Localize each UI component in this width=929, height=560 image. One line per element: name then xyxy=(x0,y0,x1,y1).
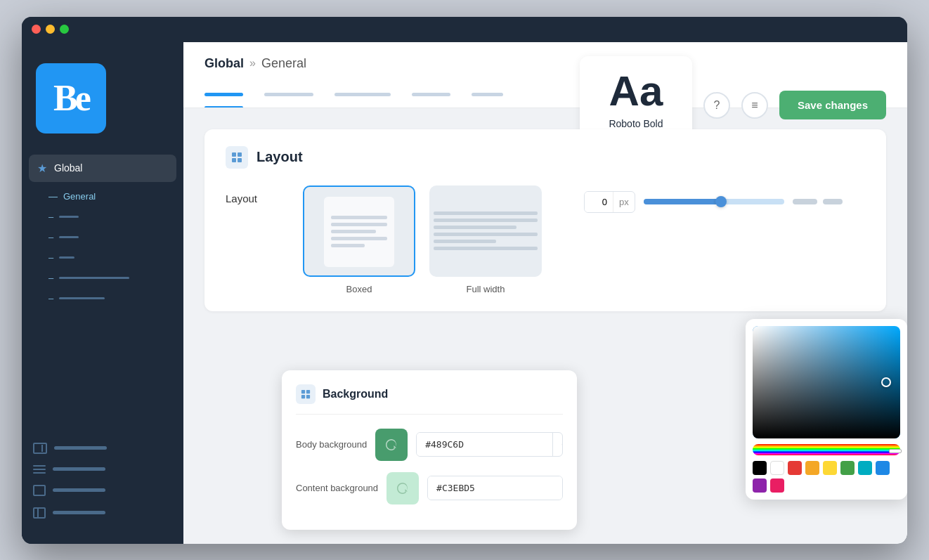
swatch-black[interactable] xyxy=(753,461,767,475)
sidebar-item-general[interactable]: — General xyxy=(40,186,176,207)
general-label: General xyxy=(63,191,96,202)
sub-line-2 xyxy=(59,236,79,238)
sidebar-item-3[interactable]: – xyxy=(40,227,176,247)
sidebar: Be ★ Global — General – xyxy=(22,42,183,544)
content-bg-swatch[interactable] xyxy=(386,472,419,504)
fullwidth-line xyxy=(434,247,538,250)
menu-icon xyxy=(33,465,46,474)
body-bg-clear[interactable]: Clear xyxy=(552,433,563,456)
tab-3[interactable] xyxy=(334,82,391,108)
sub-line-3 xyxy=(59,256,74,259)
tab-4[interactable] xyxy=(412,82,450,108)
layout-boxed[interactable]: Boxed xyxy=(303,185,415,294)
svg-rect-3 xyxy=(238,158,242,162)
px-input[interactable] xyxy=(585,192,613,212)
layout-line xyxy=(331,230,376,233)
layout-line xyxy=(331,223,387,226)
swatch-blue[interactable] xyxy=(876,461,890,475)
swatch-white[interactable] xyxy=(770,461,784,475)
px-field: px xyxy=(584,191,635,213)
sidebar-icon-panel[interactable] xyxy=(30,502,175,524)
sub-line-1 xyxy=(59,216,79,218)
color-picker-popup xyxy=(746,319,907,500)
dash-icon-6: – xyxy=(48,293,53,304)
maximize-button[interactable] xyxy=(60,25,69,34)
slider-area: px xyxy=(584,191,843,213)
sidebar-nav: ★ Global — General – – xyxy=(22,155,183,431)
picker-handle[interactable] xyxy=(881,377,891,387)
content-bg-label: Content background xyxy=(296,483,378,493)
global-label: Global xyxy=(54,162,82,174)
breadcrumb-root: Global xyxy=(204,56,244,71)
body-bg-input[interactable] xyxy=(417,433,552,456)
swatch-green[interactable] xyxy=(840,461,855,475)
fullwidth-line xyxy=(434,240,496,243)
sidebar-item-global[interactable]: ★ Global xyxy=(29,155,176,182)
content-bg-row: Content background Clear xyxy=(296,472,563,504)
tab-1[interactable] xyxy=(204,82,243,108)
hue-handle[interactable] xyxy=(889,449,902,453)
layout-inner-boxed xyxy=(324,197,394,267)
swatch-red[interactable] xyxy=(788,461,802,475)
content-bg-input[interactable] xyxy=(428,476,563,500)
swatch-purple[interactable] xyxy=(753,478,767,493)
svg-rect-5 xyxy=(306,389,310,393)
sidebar-item-4[interactable]: – xyxy=(40,247,176,268)
swatch-yellow[interactable] xyxy=(823,461,837,475)
logo-area: Be xyxy=(22,56,183,155)
content-area: Layout Layout xyxy=(183,108,907,544)
fullwidth-label: Full width xyxy=(467,284,505,294)
sub-line-5 xyxy=(59,297,105,299)
sidebar-item-5[interactable]: – xyxy=(40,268,176,288)
layout-choices: Boxed xyxy=(303,185,542,294)
dash-icon-5: – xyxy=(48,273,53,283)
color-gradient-area[interactable] xyxy=(753,326,900,438)
close-button[interactable] xyxy=(32,25,41,34)
tab-bar-5 xyxy=(472,93,503,96)
panel-icon xyxy=(33,507,46,519)
section-header: Layout xyxy=(226,146,865,169)
tab-bar-1 xyxy=(204,93,243,96)
tab-2[interactable] xyxy=(264,82,313,108)
swatch-cyan[interactable] xyxy=(858,461,872,475)
range-thumb[interactable] xyxy=(715,196,727,207)
gradient-black xyxy=(753,326,900,438)
px-unit: px xyxy=(613,192,635,212)
swatch-pink[interactable] xyxy=(770,478,784,493)
breadcrumb-separator: » xyxy=(249,57,256,70)
sub-line-4 xyxy=(59,277,129,279)
body-bg-swatch[interactable] xyxy=(375,429,408,461)
svg-rect-1 xyxy=(238,152,242,157)
sidebar-item-2[interactable]: – xyxy=(40,207,176,227)
layout-icon-bar xyxy=(54,446,107,450)
minimize-button[interactable] xyxy=(46,25,55,34)
background-panel: Background Body background Clear xyxy=(282,370,577,530)
menu-icon-bar xyxy=(53,467,105,471)
body-bg-field: Clear xyxy=(416,432,563,457)
hue-strip[interactable] xyxy=(753,444,900,455)
ctrl-bar-2 xyxy=(823,199,843,204)
tab-5[interactable] xyxy=(472,82,503,108)
fullwidth-line xyxy=(434,219,538,222)
sidebar-icon-grid[interactable] xyxy=(30,479,175,502)
layout-fullwidth[interactable]: Full width xyxy=(429,185,542,294)
dash-icon-3: – xyxy=(48,232,53,242)
grid-icon xyxy=(33,485,46,496)
boxed-label: Boxed xyxy=(346,284,372,294)
range-slider[interactable] xyxy=(644,199,784,204)
sidebar-icon-group xyxy=(22,431,183,530)
fullwidth-line xyxy=(434,233,538,236)
layout-preview-fullwidth xyxy=(429,185,542,277)
sidebar-icon-menu[interactable] xyxy=(30,460,175,479)
ctrl-bar-1 xyxy=(793,199,817,204)
swatch-orange[interactable] xyxy=(805,461,819,475)
sidebar-sub: — General – – – xyxy=(29,186,176,308)
sidebar-icon-layout[interactable] xyxy=(30,437,175,460)
svg-rect-4 xyxy=(301,389,305,393)
layout-section: Layout Layout xyxy=(204,129,886,311)
color-swatches-row xyxy=(753,461,900,493)
section-title: Layout xyxy=(256,149,303,165)
dash-icon: — xyxy=(48,191,58,202)
sidebar-item-6[interactable]: – xyxy=(40,288,176,308)
svg-rect-6 xyxy=(301,394,305,398)
